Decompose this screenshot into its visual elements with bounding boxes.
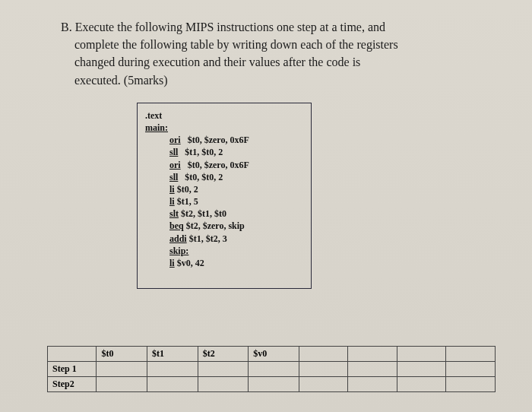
code-line: .text	[145, 110, 162, 121]
code-line: slt $t2, $t1, $t0	[169, 208, 303, 220]
table-cell	[397, 377, 445, 392]
table-cell: Step 1	[48, 362, 97, 377]
register-table: $t0 $t1 $t2 $v0 Step 1 S	[47, 346, 496, 392]
table-cell	[348, 362, 397, 377]
question-text: B. Execute the following MIPS instructio…	[61, 18, 471, 89]
table-header-cell: $v0	[249, 347, 299, 362]
table-header-cell: $t2	[198, 347, 249, 362]
code-box: .text main: ori $t0, $zero, 0x6Fsll $t1,…	[137, 103, 312, 289]
table-row: Step2	[48, 377, 496, 392]
table-header-cell	[348, 347, 397, 362]
code-line: sll $t1, $t0, 2	[169, 146, 303, 158]
table-cell	[446, 362, 496, 377]
table-cell: Step2	[48, 377, 97, 392]
question-line-4: executed. (5marks)	[61, 71, 471, 89]
code-line: skip:	[169, 245, 303, 257]
table-header-cell: $t0	[97, 347, 147, 362]
table-cell	[397, 362, 445, 377]
table-cell	[249, 362, 299, 377]
table-cell	[147, 377, 198, 392]
table-header-cell: $t1	[147, 347, 198, 362]
code-line: addi $t1, $t2, 3	[169, 233, 303, 245]
table-cell	[97, 362, 147, 377]
table-header-cell	[446, 347, 496, 362]
code-line: beq $t2, $zero, skip	[169, 220, 303, 232]
table-header-cell	[299, 347, 347, 362]
table-header-cell	[397, 347, 445, 362]
code-line: main:	[145, 122, 168, 133]
table-header-cell	[48, 347, 97, 362]
table-cell	[299, 377, 347, 392]
page-container: B. Execute the following MIPS instructio…	[0, 0, 532, 412]
question-line-3: changed during execution and their value…	[61, 53, 471, 71]
table-cell	[147, 362, 198, 377]
table-cell	[198, 362, 249, 377]
table-cell	[299, 362, 347, 377]
table-cell	[97, 377, 147, 392]
code-line: sll $t0, $t0, 2	[169, 171, 303, 183]
code-line: li $t0, 2	[169, 183, 303, 195]
question-line-1: B. Execute the following MIPS instructio…	[61, 18, 471, 36]
table-cell	[198, 377, 249, 392]
table-cell	[348, 377, 397, 392]
table-header-row: $t0 $t1 $t2 $v0	[48, 347, 496, 362]
table-cell	[446, 377, 496, 392]
code-line: ori $t0, $zero, 0x6F	[169, 159, 303, 171]
code-line: li $v0, 42	[169, 257, 303, 269]
table-cell	[249, 377, 299, 392]
table-row: Step 1	[48, 362, 496, 377]
code-line: li $t1, 5	[169, 195, 303, 208]
code-line: ori $t0, $zero, 0x6F	[169, 134, 303, 146]
question-line-2: complete the following table by writing …	[61, 36, 471, 53]
